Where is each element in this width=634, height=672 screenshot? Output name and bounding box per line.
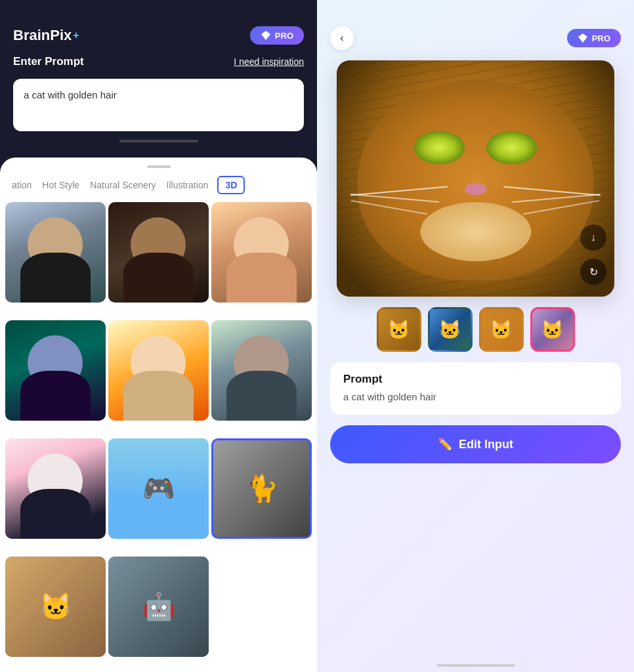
tab-hot-style[interactable]: Hot Style	[41, 177, 81, 193]
download-button[interactable]: ↓	[580, 224, 606, 251]
pro-label-left: PRO	[275, 31, 293, 41]
main-cat-image-container: ↓ ↻	[337, 60, 614, 297]
inspiration-link[interactable]: I need inspiration	[234, 56, 304, 67]
grid-item-3[interactable]	[211, 202, 312, 303]
cat-eye-left	[414, 131, 464, 164]
edit-input-label: Edit Input	[459, 438, 513, 452]
grid-item-9[interactable]: 🐈	[211, 438, 312, 539]
home-indicator-right	[436, 664, 515, 667]
left-header: BrainPix+ PRO	[0, 0, 317, 55]
refresh-icon: ↻	[589, 266, 598, 278]
back-button[interactable]: ‹	[330, 26, 354, 50]
sheet-handle[interactable]	[0, 158, 317, 173]
left-panel: BrainPix+ PRO Enter Prompt I need inspir…	[0, 0, 317, 672]
prompt-label: Enter Prompt	[13, 55, 84, 68]
main-cat-image	[337, 60, 614, 297]
bottom-sheet: ation Hot Style Natural Scenery Illustra…	[0, 158, 317, 672]
right-header: ‹ PRO	[317, 0, 634, 60]
download-icon: ↓	[591, 232, 596, 243]
thumbnail-4[interactable]	[530, 307, 575, 352]
grid-item-8[interactable]: 🎮	[108, 438, 209, 539]
svg-marker-0	[261, 31, 270, 40]
prompt-display-box: Prompt a cat with golden hair	[330, 362, 621, 415]
right-bottom-bar	[317, 474, 634, 672]
logo-plus: +	[73, 30, 79, 41]
prompt-display-title: Prompt	[343, 373, 608, 386]
diamond-icon-right	[578, 33, 588, 43]
pro-badge-left[interactable]: PRO	[250, 26, 304, 45]
prompt-input-text: a cat with golden hair	[24, 89, 117, 100]
tab-animation[interactable]: ation	[11, 177, 33, 193]
grid-item-4[interactable]	[5, 320, 106, 421]
grid-item-10[interactable]: 🐱	[5, 556, 106, 657]
handle-bar	[147, 165, 171, 168]
grid-item-6[interactable]	[211, 320, 312, 421]
grid-item-2[interactable]	[108, 202, 209, 303]
tab-natural-scenery[interactable]: Natural Scenery	[89, 177, 157, 193]
cat-fur-chin	[420, 202, 531, 261]
prompt-section: Enter Prompt I need inspiration	[0, 55, 317, 79]
grid-item-1[interactable]	[5, 202, 106, 303]
grid-item-11[interactable]: 🤖	[108, 556, 209, 657]
thumbnail-2[interactable]	[428, 307, 473, 352]
tab-3d[interactable]: 3D	[217, 176, 245, 194]
prompt-display-text: a cat with golden hair	[343, 391, 608, 402]
image-grid: 🎮 🐈 🐱 🤖	[0, 202, 317, 672]
thumbnail-3[interactable]	[479, 307, 524, 352]
app-logo: BrainPix+	[13, 27, 79, 44]
prompt-input-area[interactable]: a cat with golden hair	[13, 79, 304, 131]
grid-item-7[interactable]	[5, 438, 106, 539]
cat-eye-right	[486, 131, 536, 164]
thumbnail-row	[317, 297, 634, 362]
thumbnail-1[interactable]	[377, 307, 421, 352]
logo-text: BrainPix	[13, 27, 72, 44]
edit-input-button[interactable]: ✏️ Edit Input	[330, 425, 621, 463]
refresh-button[interactable]: ↻	[580, 259, 606, 285]
back-icon: ‹	[340, 32, 343, 44]
left-bottom-bar	[0, 131, 317, 151]
svg-marker-1	[578, 33, 587, 43]
pro-badge-right[interactable]: PRO	[567, 29, 621, 47]
cat-nose	[465, 183, 487, 195]
home-indicator-left	[119, 140, 198, 142]
edit-icon: ✏️	[438, 437, 452, 452]
tabs-row: ation Hot Style Natural Scenery Illustra…	[0, 173, 317, 202]
tab-illustration[interactable]: Illustration	[165, 177, 210, 193]
right-panel: ‹ PRO ↓ ↻	[317, 0, 634, 672]
grid-item-5[interactable]	[108, 320, 209, 421]
pro-label-right: PRO	[592, 33, 610, 43]
diamond-icon-left	[261, 30, 271, 41]
